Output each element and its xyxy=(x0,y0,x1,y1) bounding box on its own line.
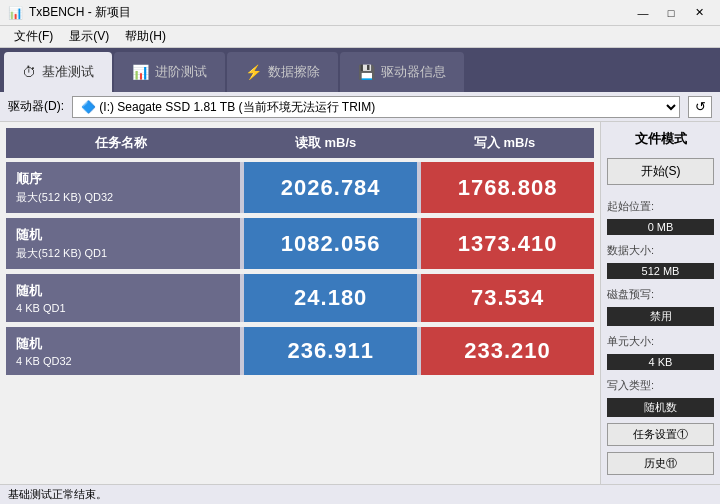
row-sub-label-3: 4 KB QD32 xyxy=(16,355,230,367)
bench-row-random-4k-qd32: 随机 4 KB QD32 236.911 233.210 xyxy=(6,327,594,375)
panel-title: 文件模式 xyxy=(607,128,714,150)
right-panel: 文件模式 开始(S) 起始位置: 0 MB 数据大小: 512 MB 磁盘预写:… xyxy=(600,122,720,484)
tab-erase-icon: ⚡ xyxy=(245,64,262,80)
bench-header: 任务名称 读取 mB/s 写入 mB/s xyxy=(6,128,594,158)
row-write-val-2: 73.534 xyxy=(421,274,594,322)
tab-erase[interactable]: ⚡ 数据擦除 xyxy=(227,52,338,92)
menu-view[interactable]: 显示(V) xyxy=(63,26,115,47)
header-task-name: 任务名称 xyxy=(6,128,236,158)
task-settings-button[interactable]: 任务设置① xyxy=(607,423,714,446)
prop-label-write-type: 写入类型: xyxy=(607,378,714,393)
title-bar-controls: — □ ✕ xyxy=(630,4,712,22)
drive-bar: 驱动器(D): 🔷 (I:) Seagate SSD 1.81 TB (当前环境… xyxy=(0,92,720,122)
prop-value-start-pos: 0 MB xyxy=(607,219,714,235)
refresh-button[interactable]: ↺ xyxy=(688,96,712,118)
menu-help[interactable]: 帮助(H) xyxy=(119,26,172,47)
tab-advanced[interactable]: 📊 进阶测试 xyxy=(114,52,225,92)
row-label-random-512: 随机 最大(512 KB) QD1 xyxy=(6,218,240,269)
tab-basic-label: 基准测试 xyxy=(42,63,94,81)
row-main-label-3: 随机 xyxy=(16,335,230,353)
row-read-val-3: 236.911 xyxy=(244,327,417,375)
prop-value-block-size: 4 KB xyxy=(607,354,714,370)
header-write: 写入 mB/s xyxy=(415,128,594,158)
status-bar: 基础测试正常结束。 xyxy=(0,484,720,504)
maximize-button[interactable]: □ xyxy=(658,4,684,22)
tab-driver-icon: 💾 xyxy=(358,64,375,80)
row-main-label-0: 顺序 xyxy=(16,170,230,188)
tab-erase-label: 数据擦除 xyxy=(268,63,320,81)
tab-advanced-icon: 📊 xyxy=(132,64,149,80)
bench-row-sequential: 顺序 最大(512 KB) QD32 2026.784 1768.808 xyxy=(6,162,594,213)
row-read-val-1: 1082.056 xyxy=(244,218,417,269)
menu-file[interactable]: 文件(F) xyxy=(8,26,59,47)
row-read-val-0: 2026.784 xyxy=(244,162,417,213)
title-bar: 📊 TxBENCH - 新项目 — □ ✕ xyxy=(0,0,720,26)
content-wrapper: 任务名称 读取 mB/s 写入 mB/s 顺序 最大(512 KB) QD32 … xyxy=(0,122,720,484)
row-label-random-4k-qd32: 随机 4 KB QD32 xyxy=(6,327,240,375)
row-main-label-2: 随机 xyxy=(16,282,230,300)
tab-driver[interactable]: 💾 驱动器信息 xyxy=(340,52,464,92)
row-write-val-1: 1373.410 xyxy=(421,218,594,269)
menu-bar: 文件(F) 显示(V) 帮助(H) xyxy=(0,26,720,48)
title-bar-left: 📊 TxBENCH - 新项目 xyxy=(8,4,131,21)
drive-select[interactable]: 🔷 (I:) Seagate SSD 1.81 TB (当前环境无法运行 TRI… xyxy=(72,96,680,118)
tab-driver-label: 驱动器信息 xyxy=(381,63,446,81)
bench-row-random-512: 随机 最大(512 KB) QD1 1082.056 1373.410 xyxy=(6,218,594,269)
drive-label: 驱动器(D): xyxy=(8,98,64,115)
prop-label-block-size: 单元大小: xyxy=(607,334,714,349)
window-title: TxBENCH - 新项目 xyxy=(29,4,131,21)
prop-label-data-size: 数据大小: xyxy=(607,243,714,258)
prop-label-start-pos: 起始位置: xyxy=(607,199,714,214)
prop-label-prewrite: 磁盘预写: xyxy=(607,287,714,302)
row-sub-label-1: 最大(512 KB) QD1 xyxy=(16,246,230,261)
status-text: 基础测试正常结束。 xyxy=(8,487,107,502)
tab-bar: ⏱ 基准测试 📊 进阶测试 ⚡ 数据擦除 💾 驱动器信息 xyxy=(0,48,720,92)
prop-value-prewrite: 禁用 xyxy=(607,307,714,326)
tab-advanced-label: 进阶测试 xyxy=(155,63,207,81)
row-sub-label-0: 最大(512 KB) QD32 xyxy=(16,190,230,205)
row-label-random-4k-qd1: 随机 4 KB QD1 xyxy=(6,274,240,322)
row-sub-label-2: 4 KB QD1 xyxy=(16,302,230,314)
start-button[interactable]: 开始(S) xyxy=(607,158,714,185)
bench-table: 任务名称 读取 mB/s 写入 mB/s 顺序 最大(512 KB) QD32 … xyxy=(0,122,600,484)
row-write-val-0: 1768.808 xyxy=(421,162,594,213)
prop-value-write-type: 随机数 xyxy=(607,398,714,417)
prop-value-data-size: 512 MB xyxy=(607,263,714,279)
tab-basic[interactable]: ⏱ 基准测试 xyxy=(4,52,112,92)
bench-row-random-4k-qd1: 随机 4 KB QD1 24.180 73.534 xyxy=(6,274,594,322)
close-button[interactable]: ✕ xyxy=(686,4,712,22)
row-write-val-3: 233.210 xyxy=(421,327,594,375)
tab-basic-icon: ⏱ xyxy=(22,64,36,80)
row-main-label-1: 随机 xyxy=(16,226,230,244)
history-button[interactable]: 历史⑪ xyxy=(607,452,714,475)
content-inner: 任务名称 读取 mB/s 写入 mB/s 顺序 最大(512 KB) QD32 … xyxy=(0,122,720,484)
minimize-button[interactable]: — xyxy=(630,4,656,22)
app-icon: 📊 xyxy=(8,6,23,20)
row-label-sequential: 顺序 最大(512 KB) QD32 xyxy=(6,162,240,213)
header-read: 读取 mB/s xyxy=(236,128,415,158)
row-read-val-2: 24.180 xyxy=(244,274,417,322)
